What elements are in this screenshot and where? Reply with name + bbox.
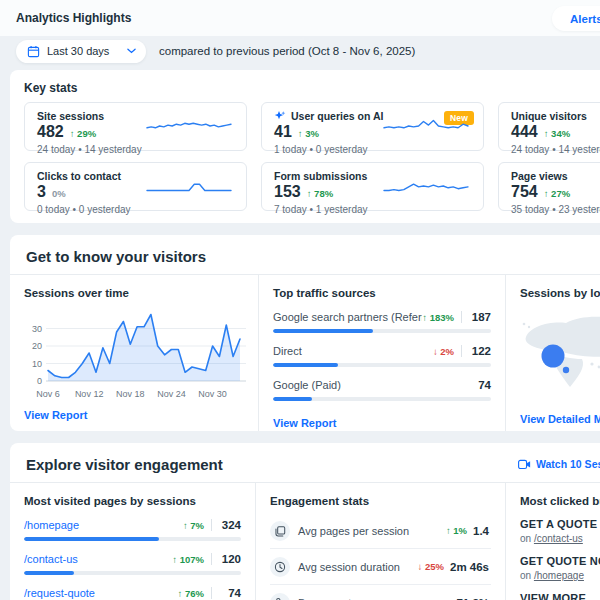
source-value: 187 <box>469 311 491 323</box>
bar-fill <box>273 329 373 333</box>
trend-badge: ↑ 7% <box>183 520 204 531</box>
alerts-button[interactable]: Alerts and <box>552 6 600 31</box>
ai-sparkle-icon <box>274 110 286 122</box>
date-range-dropdown[interactable]: Last 30 days <box>16 40 146 63</box>
sparkline-chart <box>381 175 471 197</box>
location-bubble <box>542 345 565 368</box>
visitors-section: Get to know your visitors Sessions over … <box>10 235 600 431</box>
page-row: /request-quote ↑ 76% 74 <box>24 587 241 600</box>
button-page-link[interactable]: /homepage <box>534 570 584 581</box>
stat-subtext: 0 today • 0 yesterday <box>37 204 234 215</box>
divider <box>211 553 212 565</box>
stat-value: 482 <box>37 123 64 141</box>
button-page-link[interactable]: /contact-us <box>534 533 583 544</box>
stat-tile-unique-visitors[interactable]: Unique visitors 444 ↑ 34% 24 today • 14 … <box>498 102 600 151</box>
engagement-section: Explore visitor engagement Watch 10 Sess… <box>10 443 600 600</box>
engagement-stat-row: Avg pages per session ↑ 1% 1.4 <box>270 513 491 548</box>
location-bubble-small <box>563 367 569 373</box>
stat-subtext: 7 today • 1 yesterday <box>274 204 471 215</box>
sessions-by-location-panel: Sessions by location View Detailed Map <box>505 275 600 431</box>
engagement-stat-row: Bounce rate 0% 71.2% <box>270 584 491 600</box>
panel-title: Top traffic sources <box>273 287 491 299</box>
traffic-source-row: Google (Paid) 74 <box>273 379 491 401</box>
page-title: Analytics Highlights <box>16 11 131 25</box>
trend-badge: ↑ 1% <box>446 525 467 536</box>
pages-icon <box>274 525 286 537</box>
trend-badge: ↓ 25% <box>418 561 444 572</box>
divider <box>211 519 212 531</box>
key-stats-title: Key stats <box>10 70 600 102</box>
bar-fill <box>24 537 159 541</box>
traffic-source-row: Direct ↓ 2% 122 <box>273 345 491 367</box>
key-stats-card: Key stats Site sessions 482 ↑ 29% 24 tod… <box>10 70 600 223</box>
traffic-source-row: Google search partners (Referral) ↑ 183%… <box>273 311 491 333</box>
divider <box>211 587 212 599</box>
trend-badge: ↑ 29% <box>70 128 96 139</box>
trend-badge: ↑ 76% <box>178 588 204 599</box>
bar-fill <box>24 571 74 575</box>
stat-tile-site-sessions[interactable]: Site sessions 482 ↑ 29% 24 today • 14 ye… <box>24 102 247 151</box>
trend-badge: ↑ 107% <box>172 554 204 565</box>
stat-subtext: 24 today • 14 yesterday <box>511 144 600 155</box>
page-value: 74 <box>219 587 241 599</box>
watch-session-recordings-link[interactable]: Watch 10 Session Re <box>518 458 600 470</box>
view-report-link[interactable]: View Report <box>273 417 336 429</box>
video-camera-icon <box>518 459 531 470</box>
stat-tile-ai-queries[interactable]: User queries on AI New 41 ↑ 3% 1 today •… <box>261 102 484 151</box>
svg-text:Nov 24: Nov 24 <box>157 389 186 399</box>
clicked-button-row: VIEW MORE <box>520 592 600 600</box>
panel-title: Most visited pages by sessions <box>24 495 241 507</box>
stat-tile-form-submissions[interactable]: Form submissions 153 ↑ 78% 7 today • 1 y… <box>261 162 484 211</box>
bar-track <box>24 537 241 541</box>
sessions-line-chart: 0102030Nov 6Nov 12Nov 18Nov 24Nov 30 <box>24 303 246 403</box>
bar-fill <box>273 397 312 401</box>
stat-subtext: 24 today • 14 yesterday <box>37 144 234 155</box>
stat-subtext: 1 today • 0 yesterday <box>274 144 471 155</box>
stat-value: 71.2% <box>456 597 489 600</box>
svg-text:Nov 30: Nov 30 <box>198 389 227 399</box>
button-label: GET QUOTE NOW <box>520 555 600 567</box>
stat-tile-clicks-to-contact[interactable]: Clicks to contact 3 0% 0 today • 0 yeste… <box>24 162 247 211</box>
trend-badge: ↑ 78% <box>307 188 333 199</box>
page-value: 324 <box>219 519 241 531</box>
engagement-stat-row: Avg session duration ↓ 25% 2m 46s <box>270 548 491 584</box>
source-label: Google search partners (Referral) <box>273 311 422 323</box>
analytics-dashboard: Analytics Highlights Alerts and Last 30 … <box>0 0 600 600</box>
bar-track <box>273 397 491 401</box>
calendar-icon <box>27 45 40 58</box>
view-detailed-map-link[interactable]: View Detailed Map <box>520 413 600 425</box>
engagement-section-header: Explore visitor engagement Watch 10 Sess… <box>10 443 600 483</box>
button-label: VIEW MORE <box>520 592 600 600</box>
trend-badge: ↑ 27% <box>544 188 570 199</box>
stat-value: 153 <box>274 183 301 201</box>
trend-badge: ↑ 34% <box>544 128 570 139</box>
page-link[interactable]: /homepage <box>24 519 183 531</box>
stat-value: 2m 46s <box>450 561 489 573</box>
page-link[interactable]: /contact-us <box>24 553 172 565</box>
svg-text:30: 30 <box>32 324 42 334</box>
bar-track <box>24 571 241 575</box>
stat-value: 3 <box>37 183 46 201</box>
svg-text:0: 0 <box>37 376 42 386</box>
source-label: Direct <box>273 345 433 357</box>
world-map[interactable] <box>520 303 600 407</box>
stat-value: 754 <box>511 183 538 201</box>
comparison-period-text: compared to previous period (Oct 8 - Nov… <box>159 45 415 57</box>
divider <box>461 311 462 323</box>
svg-text:Nov 6: Nov 6 <box>36 389 60 399</box>
panel-title: Sessions over time <box>24 287 244 299</box>
trend-badge: ↑ 3% <box>298 128 319 139</box>
page-value: 120 <box>219 553 241 565</box>
bounce-icon <box>274 597 286 600</box>
top-bar: Analytics Highlights Alerts and <box>0 0 600 36</box>
sparkline-chart <box>144 115 234 137</box>
svg-text:20: 20 <box>32 341 42 351</box>
svg-text:10: 10 <box>32 359 42 369</box>
svg-text:Nov 18: Nov 18 <box>116 389 145 399</box>
clicked-button-row: GET A QUOTE on /contact-us <box>520 518 600 544</box>
view-report-link[interactable]: View Report <box>24 409 87 421</box>
clicked-button-row: GET QUOTE NOW on /homepage <box>520 555 600 581</box>
bar-track <box>273 363 491 367</box>
page-link[interactable]: /request-quote <box>24 587 178 599</box>
stat-tile-page-views[interactable]: Page views 754 ↑ 27% 35 today • 23 yeste… <box>498 162 600 211</box>
